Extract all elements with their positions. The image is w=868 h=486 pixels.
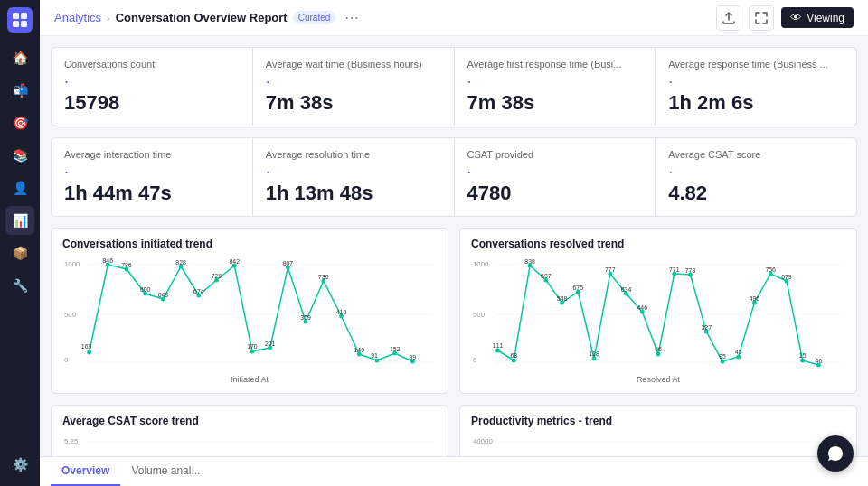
sidebar-logo[interactable] [7, 7, 33, 33]
svg-point-73 [800, 359, 805, 363]
kpi-label-2: Average first response time (Busi... [467, 59, 643, 70]
chart-conversations-initiated: Conversations initiated trend 1000 500 0 [51, 228, 448, 394]
svg-text:1000: 1000 [473, 260, 489, 268]
kpi-avg-wait-time: Average wait time (Business hours) · 7m … [253, 48, 454, 126]
svg-text:0: 0 [473, 356, 477, 364]
kpi-avg-interaction-time: Average interaction time · 1h 44m 47s [52, 138, 252, 216]
tab-volume-analysis[interactable]: Volume anal... [120, 457, 211, 486]
svg-text:496: 496 [750, 295, 760, 302]
chat-bubble-button[interactable] [817, 435, 854, 472]
sidebar-icon-inbox[interactable]: 📬 [5, 76, 34, 105]
sidebar: 🏠 📬 🎯 📚 👤 📊 📦 🔧 ⚙️ [0, 0, 40, 486]
viewing-label: Viewing [807, 12, 844, 24]
viewing-button[interactable]: 👁 Viewing [781, 7, 854, 28]
sidebar-icon-analytics[interactable]: 📊 [5, 206, 34, 235]
svg-point-19 [250, 350, 254, 354]
kpi-avg-resolution-time: Average resolution time · 1h 13m 48s [253, 138, 454, 216]
svg-text:201: 201 [265, 341, 276, 347]
svg-text:0: 0 [64, 356, 69, 364]
chart4-title: Productivity metrics - trend [471, 415, 845, 427]
chart2-container: 1000 500 0 [471, 256, 845, 373]
svg-point-10 [87, 350, 91, 355]
kpi-label-7: Average CSAT score [668, 149, 844, 160]
svg-point-60 [592, 357, 597, 361]
sidebar-icon-contacts[interactable]: 📚 [5, 141, 34, 170]
kpi-value-6: 4780 [467, 182, 643, 205]
svg-text:95: 95 [719, 353, 726, 360]
svg-text:842: 842 [229, 258, 240, 265]
svg-text:548: 548 [557, 295, 568, 302]
svg-text:46: 46 [816, 358, 823, 364]
tab-overview[interactable]: Overview [51, 457, 120, 486]
kpi-value-1: 7m 38s [266, 91, 441, 115]
charts-row-2: Average CSAT score trend 5.25 4.75 4.5 [51, 405, 857, 456]
svg-point-69 [736, 355, 741, 360]
kpi-label-4: Average interaction time [64, 149, 240, 160]
svg-text:1000: 1000 [64, 260, 80, 268]
svg-text:771: 771 [669, 266, 680, 273]
svg-text:828: 828 [175, 259, 186, 266]
svg-text:648: 648 [158, 292, 169, 298]
svg-text:89: 89 [410, 354, 417, 360]
svg-point-26 [374, 359, 379, 363]
svg-text:359: 359 [300, 314, 311, 321]
kpi-label-1: Average wait time (Business hours) [266, 59, 441, 70]
svg-text:697: 697 [541, 273, 552, 279]
header-right: 👁 Viewing [716, 5, 854, 31]
svg-text:634: 634 [621, 286, 632, 293]
svg-text:500: 500 [64, 311, 77, 319]
curated-badge: Curated [293, 11, 336, 24]
svg-rect-3 [21, 21, 27, 27]
sidebar-icon-users[interactable]: 👤 [5, 173, 34, 202]
svg-text:778: 778 [685, 267, 696, 274]
kpi-grid-row2: Average interaction time · 1h 44m 47s Av… [51, 137, 857, 217]
chart-productivity-trend: Productivity metrics - trend 40000 20000… [459, 405, 857, 456]
kpi-value-0: 15798 [64, 91, 240, 115]
chart2-svg: 1000 500 0 [471, 256, 845, 373]
main-content: Analytics › Conversation Overview Report… [40, 0, 868, 486]
kpi-label-6: CSAT provided [467, 149, 643, 160]
kpi-csat-provided: CSAT provided · 4780 [455, 138, 656, 216]
svg-text:410: 410 [336, 309, 347, 315]
svg-point-64 [656, 352, 661, 357]
kpi-value-3: 1h 2m 6s [668, 91, 844, 115]
kpi-avg-response-time: Average response time (Business ... · 1h… [656, 48, 856, 126]
sidebar-icon-home[interactable]: 🏠 [5, 43, 34, 72]
kpi-label-0: Conversations count [64, 59, 240, 70]
sidebar-icon-reports[interactable]: 🎯 [5, 108, 34, 137]
kpi-avg-first-response: Average first response time (Busi... · 7… [455, 48, 656, 126]
breadcrumb-chevron: › [107, 13, 110, 23]
kpi-grid-row1: Conversations count · 15798 Average wait… [51, 47, 857, 126]
svg-text:756: 756 [765, 266, 776, 273]
svg-point-55 [512, 359, 516, 363]
svg-text:63: 63 [510, 352, 517, 359]
svg-text:111: 111 [493, 342, 504, 349]
kpi-label-5: Average resolution time [266, 149, 441, 160]
svg-text:66: 66 [655, 346, 662, 352]
kpi-value-7: 4.82 [668, 182, 844, 205]
sidebar-icon-packages[interactable]: 📦 [5, 238, 34, 267]
sidebar-icon-settings[interactable]: ⚙️ [5, 450, 34, 479]
svg-rect-1 [21, 13, 27, 19]
svg-text:807: 807 [283, 260, 294, 266]
tabs-bar: Overview Volume anal... [40, 456, 868, 486]
more-options-button[interactable]: ⋯ [344, 9, 359, 26]
sidebar-icon-integrations[interactable]: 🔧 [5, 271, 34, 300]
svg-text:170: 170 [247, 343, 258, 350]
upload-button[interactable] [716, 5, 741, 31]
fullscreen-button[interactable] [749, 5, 774, 31]
kpi-avg-csat-score: Average CSAT score · 4.82 [656, 138, 856, 216]
chart4-container: 40000 20000 0 [471, 433, 845, 456]
svg-rect-2 [13, 21, 19, 27]
content-area: Conversations count · 15798 Average wait… [40, 36, 868, 456]
breadcrumb-analytics[interactable]: Analytics [54, 11, 101, 24]
charts-row-1: Conversations initiated trend 1000 500 0 [51, 228, 857, 394]
svg-text:786: 786 [121, 262, 132, 268]
chart1-svg: 1000 500 0 [62, 256, 437, 373]
chart1-title: Conversations initiated trend [62, 238, 437, 250]
breadcrumb: Analytics › Conversation Overview Report… [54, 9, 359, 26]
chart-csat-trend: Average CSAT score trend 5.25 4.75 4.5 [51, 405, 448, 456]
eye-icon: 👁 [790, 11, 802, 24]
svg-text:118: 118 [589, 350, 599, 357]
chart4-svg: 40000 20000 0 [471, 433, 845, 456]
